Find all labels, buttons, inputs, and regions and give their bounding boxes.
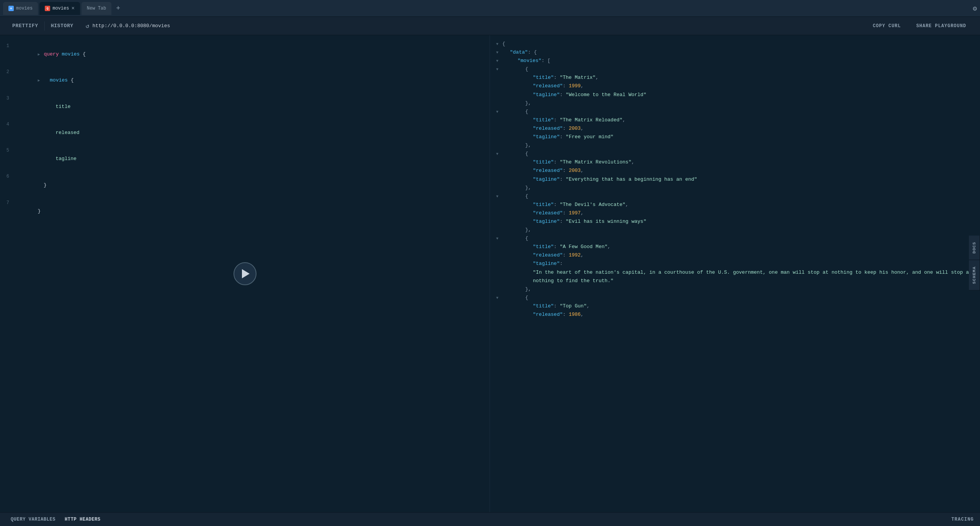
share-playground-button[interactable]: SHARE PLAYGROUND (908, 17, 974, 35)
json-collapse-m4[interactable]: ▼ (496, 193, 502, 200)
collapse-1[interactable]: ▶ (38, 52, 42, 57)
kw-name-movies: movies (62, 51, 80, 57)
url-input[interactable] (92, 23, 859, 29)
toolbar-right: COPY CURL SHARE PLAYGROUND (865, 17, 974, 35)
line-num-4: 4 (0, 121, 14, 128)
json-m5-close: }, (490, 285, 980, 294)
json-key-data: "data" (510, 48, 528, 57)
line-content-1: ▶ query movies { (14, 42, 86, 67)
kw-movies-field: movies (44, 77, 67, 83)
editor-panel: 1 ▶ query movies { 2 ▶ movies { 3 title … (0, 35, 490, 512)
play-icon (242, 269, 250, 278)
json-data-key: ▼ "data" : { (490, 48, 980, 57)
json-m1-title: "title" : "The Matrix" , (490, 74, 980, 82)
side-tab-schema[interactable]: SCHEMA (969, 260, 980, 290)
json-m4-close: }, (490, 226, 980, 234)
json-movie-2-open: ▼ { (490, 108, 980, 116)
editor-line-2: 2 ▶ movies { (0, 67, 490, 93)
editor-line-3: 3 title (0, 94, 490, 120)
tab-label-1: movies (16, 6, 33, 11)
line-content-6: } (14, 172, 47, 198)
json-m3-released: "released" : 2003 , (490, 167, 980, 175)
play-button[interactable] (234, 262, 256, 285)
line-content-3: title (14, 94, 70, 119)
main-content: 1 ▶ query movies { 2 ▶ movies { 3 title … (0, 35, 980, 512)
json-movie-4-open: ▼ { (490, 192, 980, 201)
tracing-label: TRACING (951, 517, 974, 522)
response-panel: ▼ { ▼ "data" : { ▼ "movies" : [ ▼ { "tit… (490, 35, 980, 512)
json-movie-6-open: ▼ { (490, 294, 980, 302)
reload-icon[interactable]: ↺ (86, 22, 90, 30)
tab-icon-1: m (8, 6, 14, 11)
line-num-7: 7 (0, 199, 14, 207)
tab-new[interactable]: New Tab (82, 2, 111, 15)
line-num-6: 6 (0, 173, 14, 180)
field-title: title (56, 104, 70, 109)
line-content-2: ▶ movies { (14, 68, 74, 93)
json-collapse-data[interactable]: ▼ (496, 49, 502, 56)
json-m4-released: "released" : 1997 , (490, 209, 980, 217)
tab-label-2: movies (52, 6, 69, 11)
json-m1-tagline: "tagline" : "Welcome to the Real World" (490, 91, 980, 99)
prettify-button[interactable]: PRETTIFY (6, 17, 44, 35)
field-tagline: tagline (56, 156, 77, 162)
toolbar: PRETTIFY HISTORY ↺ COPY CURL SHARE PLAYG… (0, 17, 980, 35)
json-m2-close: }, (490, 141, 980, 150)
json-m6-released: "released" : 1986 , (490, 310, 980, 319)
brace-3: } (38, 182, 46, 188)
bottom-bar: QUERY VARIABLES HTTP HEADERS TRACING (0, 512, 980, 526)
json-root-brace: { (502, 40, 505, 48)
collapse-2[interactable]: ▶ (38, 78, 42, 83)
editor-line-7: 7 } (0, 198, 490, 224)
line-num-3: 3 (0, 95, 14, 102)
json-m2-released: "released" : 2003 , (490, 124, 980, 133)
http-headers-tab[interactable]: HTTP HEADERS (60, 513, 105, 526)
brace-4: } (38, 208, 41, 214)
json-movie-5-open: ▼ { (490, 234, 980, 243)
json-m5-title: "title" : "A Few Good Men" , (490, 243, 980, 251)
json-collapse-m5[interactable]: ▼ (496, 235, 502, 242)
field-released: released (56, 130, 79, 136)
line-num-2: 2 (0, 68, 14, 76)
line-content-5: tagline (14, 146, 77, 172)
json-m2-tagline: "tagline" : "Free your mind" (490, 133, 980, 141)
json-key-movies: "movies" (518, 57, 541, 65)
json-collapse-m3[interactable]: ▼ (496, 151, 502, 157)
json-m1-released: "released" : 1999 , (490, 82, 980, 90)
json-m6-title: "title" : "Top Gun" , (490, 302, 980, 310)
line-num-5: 5 (0, 147, 14, 154)
url-bar: ↺ (86, 22, 859, 30)
json-collapse-m2[interactable]: ▼ (496, 109, 502, 115)
json-collapse-movies[interactable]: ▼ (496, 58, 502, 64)
json-collapse-m1[interactable]: ▼ (496, 66, 502, 73)
kw-query: query (44, 51, 62, 57)
json-collapse-m6[interactable]: ▼ (496, 295, 502, 301)
json-m4-tagline: "tagline" : "Evil has its winning ways" (490, 217, 980, 226)
tab-movies-1[interactable]: m movies (3, 2, 38, 15)
side-tab-docs[interactable]: DOCS (969, 235, 980, 260)
json-movies-key: ▼ "movies" : [ (490, 57, 980, 65)
json-movie-3-open: ▼ { (490, 150, 980, 158)
new-tab-button[interactable]: + (113, 3, 123, 14)
history-button[interactable]: HISTORY (45, 17, 80, 35)
editor-line-6: 6 } (0, 172, 490, 198)
tab-close-button[interactable]: × (71, 6, 74, 11)
tab-icon-2: Q (45, 6, 50, 11)
tab-label-new: New Tab (87, 6, 106, 11)
line-num-1: 1 (0, 42, 14, 50)
tab-movies-2[interactable]: Q movies × (39, 2, 80, 15)
json-m5-released: "released" : 1992 , (490, 251, 980, 260)
line-content-4: released (14, 120, 80, 145)
settings-icon[interactable]: ⚙ (973, 4, 977, 13)
browser-chrome: m movies Q movies × New Tab + ⚙ (0, 0, 980, 17)
json-collapse-root[interactable]: ▼ (496, 41, 502, 47)
editor-line-5: 5 tagline (0, 146, 490, 172)
editor-line-4: 4 released (0, 120, 490, 146)
json-m2-title: "title" : "The Matrix Reloaded" , (490, 116, 980, 124)
copy-curl-button[interactable]: COPY CURL (865, 17, 908, 35)
query-variables-tab[interactable]: QUERY VARIABLES (6, 513, 60, 526)
json-m4-title: "title" : "The Devil's Advocate" , (490, 201, 980, 209)
json-m3-tagline: "tagline" : "Everything that has a begin… (490, 175, 980, 184)
json-root-open: ▼ { (490, 40, 980, 48)
json-m1-close: }, (490, 99, 980, 108)
